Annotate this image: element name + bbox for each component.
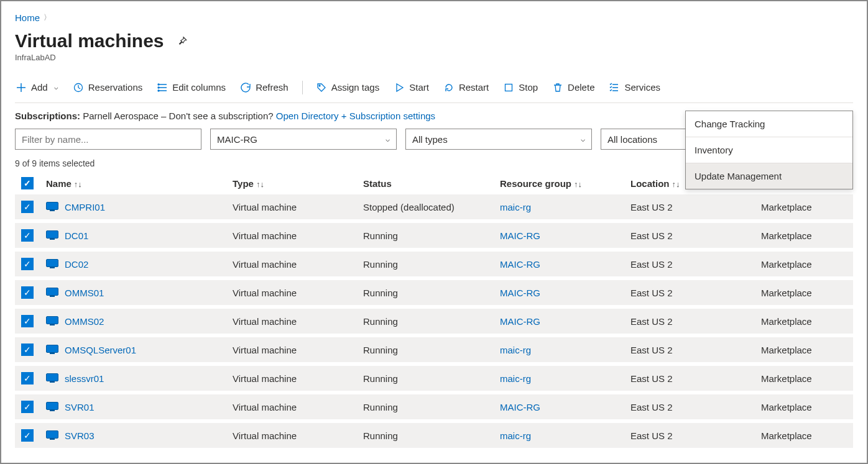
row-checkbox[interactable]: ✓ <box>21 429 34 442</box>
table-row[interactable]: ✓ CMPRI01 Virtual machine Stopped (deall… <box>15 194 853 221</box>
add-button[interactable]: Add ⌵ <box>15 80 60 95</box>
resource-group-link[interactable]: MAIC-RG <box>500 259 540 270</box>
cell-type: Virtual machine <box>226 194 357 221</box>
filter-resource-group[interactable]: MAIC-RG ⌵ <box>210 129 397 150</box>
resource-group-link[interactable]: maic-rg <box>500 430 531 441</box>
resource-group-link[interactable]: maic-rg <box>500 202 531 212</box>
cell-location: East US 2 <box>624 421 755 450</box>
vm-icon <box>46 402 58 412</box>
filter-type[interactable]: All types ⌵ <box>405 129 592 150</box>
vm-icon <box>46 316 58 326</box>
services-button[interactable]: Services <box>608 80 662 95</box>
vm-name-link[interactable]: slessvr01 <box>65 373 104 384</box>
vm-name-link[interactable]: OMMS02 <box>65 316 104 327</box>
cell-status: Running <box>357 364 494 393</box>
table-row[interactable]: ✓ slessvr01 Virtual machine Running maic… <box>15 364 853 393</box>
table-row[interactable]: ✓ SVR01 Virtual machine Running MAIC-RG … <box>15 393 853 421</box>
row-checkbox[interactable]: ✓ <box>21 258 34 270</box>
edit-columns-button[interactable]: Edit columns <box>156 80 227 95</box>
vm-name-link[interactable]: OMMS01 <box>65 288 104 298</box>
filter-loc-value: All locations <box>607 134 657 145</box>
menu-change-tracking[interactable]: Change Tracking <box>686 111 852 137</box>
row-checkbox[interactable]: ✓ <box>21 286 34 299</box>
resource-group-link[interactable]: MAIC-RG <box>500 288 540 298</box>
svg-point-2 <box>158 87 159 88</box>
vm-name-link[interactable]: DC02 <box>65 259 88 270</box>
resource-group-link[interactable]: MAIC-RG <box>500 316 540 327</box>
menu-update-management[interactable]: Update Management <box>686 163 852 189</box>
cell-source: Marketplace <box>755 393 853 421</box>
cell-status: Running <box>357 250 494 278</box>
cell-type: Virtual machine <box>226 393 357 421</box>
stop-button[interactable]: Stop <box>502 80 539 95</box>
vm-icon <box>46 430 58 440</box>
cell-type: Virtual machine <box>226 278 357 307</box>
plus-icon <box>16 83 26 93</box>
cell-location: East US 2 <box>624 307 755 335</box>
menu-inventory[interactable]: Inventory <box>686 137 852 163</box>
row-checkbox[interactable]: ✓ <box>21 343 34 356</box>
row-checkbox[interactable]: ✓ <box>21 229 34 242</box>
trash-icon <box>553 83 563 93</box>
cell-source: Marketplace <box>755 250 853 278</box>
reservations-label: Reservations <box>88 82 143 93</box>
svg-rect-5 <box>506 84 512 91</box>
resource-group-link[interactable]: maic-rg <box>500 345 531 355</box>
subscriptions-label: Subscriptions: <box>15 111 80 121</box>
play-icon <box>394 83 404 93</box>
chevron-right-icon: 〉 <box>44 12 51 23</box>
select-all-checkbox[interactable]: ✓ <box>21 177 34 189</box>
resource-group-link[interactable]: maic-rg <box>500 373 531 384</box>
vm-name-link[interactable]: SVR03 <box>65 430 95 441</box>
page-title: Virtual machines <box>15 30 164 52</box>
reservations-button[interactable]: Reservations <box>72 80 144 95</box>
restart-button[interactable]: Restart <box>443 80 490 95</box>
vm-name-link[interactable]: SVR01 <box>65 402 95 412</box>
table-row[interactable]: ✓ DC01 Virtual machine Running MAIC-RG E… <box>15 221 853 250</box>
table-row[interactable]: ✓ DC02 Virtual machine Running MAIC-RG E… <box>15 250 853 278</box>
refresh-button[interactable]: Refresh <box>239 80 290 95</box>
cell-type: Virtual machine <box>226 421 357 450</box>
filter-name-input[interactable] <box>15 129 201 150</box>
cell-type: Virtual machine <box>226 250 357 278</box>
row-checkbox[interactable]: ✓ <box>21 401 34 413</box>
subscriptions-text: Parnell Aerospace – Don't see a subscrip… <box>83 111 273 121</box>
table-row[interactable]: ✓ OMMS02 Virtual machine Running MAIC-RG… <box>15 307 853 335</box>
table-row[interactable]: ✓ OMMS01 Virtual machine Running MAIC-RG… <box>15 278 853 307</box>
delete-button[interactable]: Delete <box>552 80 596 95</box>
cell-location: East US 2 <box>624 364 755 393</box>
cell-status: Running <box>357 335 494 364</box>
cell-type: Virtual machine <box>226 307 357 335</box>
start-label: Start <box>409 82 429 93</box>
vm-icon <box>46 230 58 240</box>
subscriptions-link[interactable]: Open Directory + Subscription settings <box>276 111 435 121</box>
row-checkbox[interactable]: ✓ <box>21 372 34 384</box>
resource-group-link[interactable]: MAIC-RG <box>500 230 540 241</box>
col-resource-group[interactable]: Resource group↑↓ <box>494 172 624 194</box>
col-status[interactable]: Status <box>357 172 494 194</box>
vm-name-link[interactable]: CMPRI01 <box>65 202 105 212</box>
pin-button[interactable] <box>174 33 190 49</box>
columns-icon <box>157 83 167 93</box>
table-row[interactable]: ✓ OMSQLServer01 Virtual machine Running … <box>15 335 853 364</box>
assign-tags-button[interactable]: Assign tags <box>315 80 381 95</box>
chevron-down-icon: ⌵ <box>54 83 58 91</box>
col-type[interactable]: Type↑↓ <box>226 172 357 194</box>
row-checkbox[interactable]: ✓ <box>21 315 34 327</box>
cell-location: East US 2 <box>624 393 755 421</box>
vm-table: ✓ Name↑↓ Type↑↓ Status Resource group↑↓ … <box>15 172 853 452</box>
col-name[interactable]: Name↑↓ <box>40 172 226 194</box>
cell-status: Running <box>357 221 494 250</box>
vm-name-link[interactable]: OMSQLServer01 <box>65 345 136 355</box>
start-button[interactable]: Start <box>393 80 430 95</box>
breadcrumb-home[interactable]: Home <box>15 12 40 23</box>
resource-group-link[interactable]: MAIC-RG <box>500 402 540 412</box>
table-row[interactable]: ✓ SVR03 Virtual machine Running maic-rg … <box>15 421 853 450</box>
filter-type-value: All types <box>412 134 448 145</box>
delete-label: Delete <box>568 82 594 93</box>
vm-name-link[interactable]: DC01 <box>65 230 88 241</box>
cell-type: Virtual machine <box>226 335 357 364</box>
cell-source: Marketplace <box>755 364 853 393</box>
row-checkbox[interactable]: ✓ <box>21 201 34 213</box>
svg-point-3 <box>158 90 159 91</box>
